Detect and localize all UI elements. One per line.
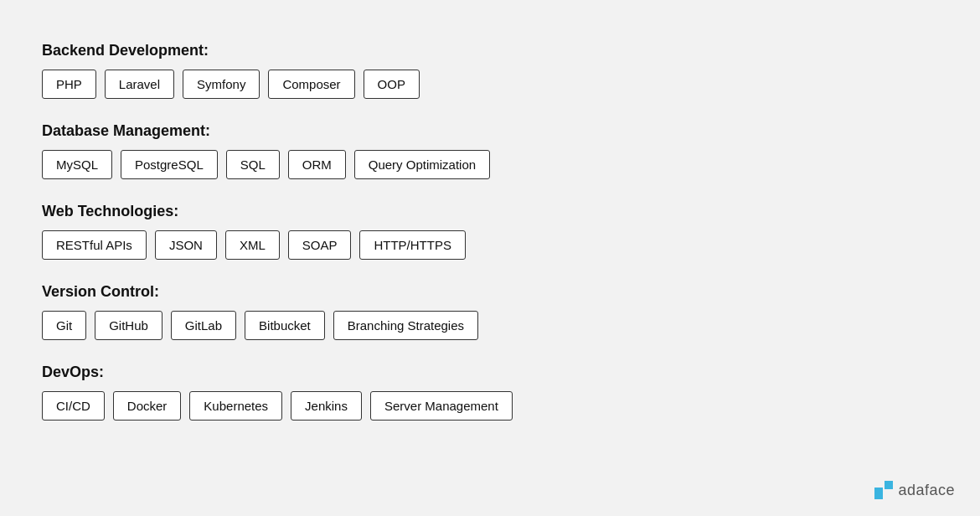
- section-devops: DevOps:CI/CDDockerKubernetesJenkinsServe…: [42, 364, 938, 421]
- tag-query-optimization: Query Optimization: [354, 150, 490, 179]
- tag-orm: ORM: [288, 150, 346, 179]
- tag-composer: Composer: [268, 70, 354, 99]
- tag-symfony: Symfony: [183, 70, 260, 99]
- tag-jenkins: Jenkins: [291, 391, 362, 421]
- section-web: Web Technologies:RESTful APIsJSONXMLSOAP…: [42, 203, 938, 260]
- tags-devops: CI/CDDockerKubernetesJenkinsServer Manag…: [42, 391, 938, 421]
- tags-database: MySQLPostgreSQLSQLORMQuery Optimization: [42, 150, 938, 179]
- tag-json: JSON: [155, 230, 217, 260]
- tag-oop: OOP: [364, 70, 420, 99]
- tag-sql: SQL: [226, 150, 280, 179]
- section-title-devops: DevOps:: [42, 364, 938, 381]
- tag-xml: XML: [225, 230, 280, 260]
- tags-web: RESTful APIsJSONXMLSOAPHTTP/HTTPS: [42, 230, 938, 260]
- tag-bitbucket: Bitbucket: [245, 311, 325, 340]
- tag-kubernetes: Kubernetes: [189, 391, 282, 421]
- section-title-web: Web Technologies:: [42, 203, 938, 220]
- section-backend: Backend Development:PHPLaravelSymfonyCom…: [42, 42, 938, 99]
- tag-postgresql: PostgreSQL: [121, 150, 218, 179]
- tag-mysql: MySQL: [42, 150, 112, 179]
- tag-server-management: Server Management: [370, 391, 513, 421]
- section-title-version-control: Version Control:: [42, 283, 938, 301]
- tag-restful-apis: RESTful APIs: [42, 230, 147, 260]
- section-database: Database Management:MySQLPostgreSQLSQLOR…: [42, 122, 938, 179]
- svg-rect-1: [885, 481, 893, 489]
- tag-php: PHP: [42, 70, 96, 99]
- tag-docker: Docker: [113, 391, 182, 421]
- logo-icon: [874, 481, 893, 499]
- tag-branching-strategies: Branching Strategies: [333, 311, 478, 340]
- tag-gitlab: GitLab: [171, 311, 236, 340]
- tag-git: Git: [42, 311, 86, 340]
- tag-http-https: HTTP/HTTPS: [359, 230, 466, 260]
- tag-ci-cd: CI/CD: [42, 391, 105, 421]
- tags-backend: PHPLaravelSymfonyComposerOOP: [42, 70, 938, 99]
- logo: adaface: [874, 481, 955, 499]
- tag-laravel: Laravel: [105, 70, 174, 99]
- logo-text: adaface: [898, 482, 955, 499]
- tag-soap: SOAP: [288, 230, 352, 260]
- tag-github: GitHub: [95, 311, 162, 340]
- svg-rect-0: [874, 488, 883, 499]
- tags-version-control: GitGitHubGitLabBitbucketBranching Strate…: [42, 311, 938, 340]
- section-title-backend: Backend Development:: [42, 42, 938, 59]
- section-title-database: Database Management:: [42, 122, 938, 140]
- section-version-control: Version Control:GitGitHubGitLabBitbucket…: [42, 283, 938, 340]
- main-content: Backend Development:PHPLaravelSymfonyCom…: [0, 0, 980, 486]
